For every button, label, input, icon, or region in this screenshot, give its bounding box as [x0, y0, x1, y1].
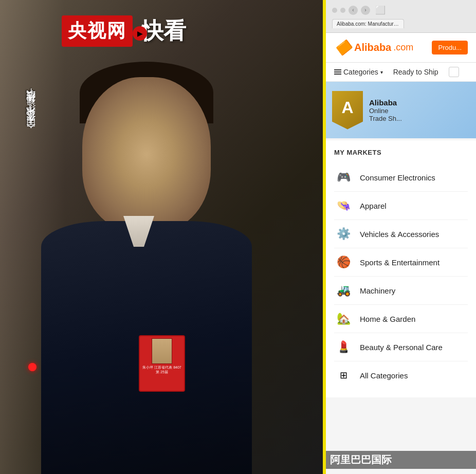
market-item-machinery[interactable]: 🚜 Machinery [334, 277, 468, 305]
yellow-divider [323, 0, 326, 474]
sports-label: Sports & Entertainment [360, 258, 440, 267]
sports-icon: 🏀 [334, 253, 353, 271]
consumer-electronics-icon: 🎮 [334, 168, 353, 187]
nav-ready-to-ship[interactable]: Ready to Ship [393, 68, 438, 76]
person-face [82, 77, 211, 231]
categories-label: Categories [343, 68, 378, 76]
alibaba-logo-com: .com [393, 42, 413, 53]
cctv-logo-red: 央视网 [62, 15, 133, 47]
browser-dot [332, 8, 337, 13]
vehicles-icon: ⚙️ [334, 225, 353, 243]
hamburger-line-2 [334, 71, 341, 72]
alibaba-banner-sub2: Trade Sh... [369, 115, 402, 122]
id-badge: 朱小坪 江苏省代表 8407 第 25届 [139, 335, 185, 392]
beauty-icon: 💄 [334, 338, 353, 356]
nav-extra-icon [449, 67, 459, 77]
browser-share-icon: ⬜ [375, 5, 386, 15]
hamburger-line-1 [334, 69, 341, 70]
id-badge-photo [152, 338, 172, 364]
apparel-label: Apparel [360, 202, 387, 210]
browser-dot-2 [340, 8, 345, 13]
all-categories-label: All Categories [360, 371, 408, 380]
alibaba-header: 🔶 Alibaba .com Produ... [326, 33, 476, 63]
market-item-home-garden[interactable]: 🏡 Home & Garden [334, 305, 468, 333]
alibaba-banner-icon: A [332, 91, 363, 130]
play-icon: ▶ [133, 26, 147, 41]
browser-nav: ‹ › ⬜ [332, 5, 470, 15]
alibaba-banner-title: Alibaba [369, 98, 402, 107]
machinery-icon: 🚜 [334, 281, 353, 300]
alibaba-nav: Categories ▾ Ready to Ship [326, 63, 476, 82]
market-item-all-categories[interactable]: ⊞ All Categories [334, 361, 468, 389]
browser-tab-bar: Alibaba.com: Manufacturers, Suppliers, E… [332, 19, 470, 28]
market-item-apparel[interactable]: 👒 Apparel [334, 192, 468, 220]
market-item-vehicles[interactable]: ⚙️ Vehicles & Accessories [334, 220, 468, 248]
alibaba-logo-text: Alibaba [354, 42, 391, 53]
hamburger-line-3 [334, 74, 341, 75]
id-badge-text: 朱小坪 江苏省代表 8407 第 25届 [142, 365, 182, 374]
vertical-caption: 全国人大代表朱小坪 视频连线中 [25, 103, 37, 136]
all-categories-icon: ⊞ [334, 366, 353, 385]
bottom-chinese-text: 阿里巴巴国际 [330, 454, 392, 465]
hamburger-icon [334, 69, 341, 75]
machinery-label: Machinery [360, 286, 395, 295]
vehicles-label: Vehicles & Accessories [360, 230, 439, 239]
alibaba-markets: MY MARKETS 🎮 Consumer Electronics 👒 Appa… [326, 140, 476, 397]
beauty-label: Beauty & Personal Care [360, 343, 443, 352]
browser-chrome: ‹ › ⬜ Alibaba.com: Manufacturers, Suppli… [326, 0, 476, 33]
consumer-electronics-label: Consumer Electronics [360, 173, 435, 182]
alibaba-banner-letter: A [341, 98, 353, 117]
apparel-icon: 👒 [334, 196, 353, 215]
market-item-sports[interactable]: 🏀 Sports & Entertainment [334, 248, 468, 277]
alibaba-banner-sub1: Online [369, 107, 402, 115]
recording-indicator [28, 363, 36, 371]
alibaba-panel: ‹ › ⬜ Alibaba.com: Manufacturers, Suppli… [326, 0, 476, 474]
alibaba-banner-text: Alibaba Online Trade Sh... [369, 98, 402, 122]
market-item-beauty[interactable]: 💄 Beauty & Personal Care [334, 333, 468, 361]
video-panel: 朱小坪 江苏省代表 8407 第 25届 央视网 ▶ 快看 全国人大代表朱小坪 … [0, 0, 324, 474]
browser-forward-button[interactable]: › [361, 6, 370, 15]
alibaba-banner: A Alibaba Online Trade Sh... [326, 82, 476, 138]
kuaikan-logo: 快看 [141, 16, 186, 46]
browser-tab[interactable]: Alibaba.com: Manufacturers, Suppliers, E… [332, 19, 404, 28]
browser-back-button[interactable]: ‹ [349, 6, 358, 15]
alibaba-logo: 🔶 Alibaba .com [334, 39, 413, 56]
alibaba-logo-icon: 🔶 [334, 39, 352, 56]
home-garden-label: Home & Garden [360, 315, 415, 323]
alibaba-search-button[interactable]: Produ... [432, 41, 468, 54]
home-garden-icon: 🏡 [334, 309, 353, 328]
nav-categories[interactable]: Categories ▾ [334, 68, 383, 76]
market-item-consumer-electronics[interactable]: 🎮 Consumer Electronics [334, 163, 468, 192]
markets-title: MY MARKETS [334, 149, 468, 156]
categories-chevron: ▾ [380, 69, 383, 75]
cctv-logo-container: 央视网 ▶ 快看 [62, 15, 186, 47]
bottom-chinese-bar: 阿里巴巴国际 [326, 451, 476, 469]
